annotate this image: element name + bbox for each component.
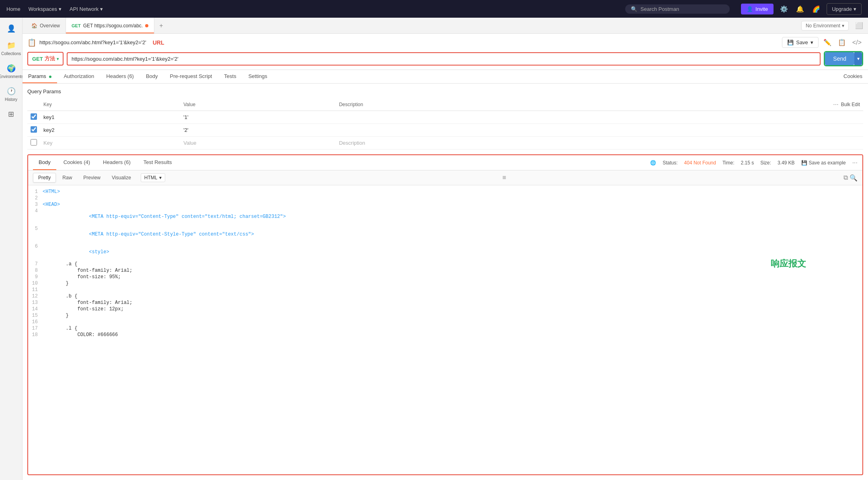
view-visualize-button[interactable]: Visualize [107,173,136,182]
resp-tab-test-results[interactable]: Test Results [138,155,178,170]
code-line-3: 3 <HEAD> [28,201,862,208]
method-selector[interactable]: GET 方法 ▾ [27,52,64,66]
tab-tests[interactable]: Tests [218,70,242,83]
table-row: key1 '1' [27,111,863,124]
code-line-14: 14 font-size: 12px; [28,306,862,312]
tab-authorization[interactable]: Authorization [58,70,100,83]
sidebar-item-profile[interactable]: 👤 [2,21,21,36]
row3-desc: Description [336,137,597,150]
code-line-7: 7 .a { [28,261,862,267]
code-area: 1 <HTML> 2 3 <HEAD> 4 <META http-equiv="… [28,185,862,474]
row2-checkbox[interactable] [31,126,37,133]
chevron-down-icon: ▾ [854,6,856,12]
nav-workspaces[interactable]: Workspaces ▾ [29,6,62,12]
environment-selector[interactable]: No Environment ▾ [801,21,849,31]
code-line-1: 1 <HTML> [28,189,862,195]
chevron-down-icon: ▾ [59,6,62,12]
invite-button[interactable]: 👤 Invite [741,4,774,14]
code-line-5: 5 <META http-equiv="Content-Style-Type" … [28,226,862,243]
tab-headers[interactable]: Headers (6) [101,70,140,83]
table-row-empty: Key Value Description [27,137,863,150]
copy-code-button[interactable]: ⧉ [843,174,848,182]
url-input[interactable] [67,52,821,66]
new-tab-button[interactable]: + [158,21,164,31]
upgrade-button[interactable]: Upgrade ▾ [827,3,862,15]
view-raw-button[interactable]: Raw [57,173,77,182]
bulk-edit-button[interactable]: Bulk Edit [841,102,860,107]
response-header: Body Cookies (4) Headers (6) Test Result… [28,155,862,170]
profile-icon: 👤 [7,24,16,33]
tab-pre-request[interactable]: Pre-request Script [164,70,218,83]
view-pretty-button[interactable]: Pretty [33,173,56,183]
search-bar[interactable]: 🔍 Search Postman [625,4,730,14]
wrap-icon[interactable]: ≡ [503,174,506,181]
resp-tab-cookies[interactable]: Cookies (4) [58,155,96,170]
save-icon: 💾 [787,39,794,45]
status-value: 404 Not Found [684,160,716,166]
resp-more-button[interactable]: ··· [852,159,858,166]
chevron-down-icon: ▾ [100,6,103,12]
edit-icon[interactable]: ✏️ [822,37,833,48]
tab-settings[interactable]: Settings [243,70,273,83]
size-value: 3.49 KB [778,160,795,166]
code-line-16: 16 [28,319,862,325]
code-line-8: 8 font-family: Arial; [28,267,862,274]
sidebar-item-history[interactable]: 🕐 History [2,84,21,105]
code-line-15: 15 } [28,312,862,319]
search-code-button[interactable]: 🔍 [850,174,858,182]
code-icon[interactable]: </> [851,37,863,48]
row3-checkbox[interactable] [31,139,37,146]
code-line-18: 18 COLOR: #666666 [28,332,862,338]
copy-icon[interactable]: 📋 [836,37,847,48]
sidebar: 👤 📁 Collections 🌍 Environments 🕐 History… [0,18,23,480]
chevron-down-icon: ▾ [57,57,59,61]
save-button[interactable]: 💾 Save ▾ [782,37,819,48]
bell-icon[interactable]: 🔔 [794,4,806,14]
row2-value: '2' [180,124,336,137]
sidebar-item-environments[interactable]: 🌍 Environments [2,61,21,82]
request-area: 📋 https://sogou.com/abc.html?key1='1'&ke… [23,34,868,70]
table-row: key2 '2' [27,124,863,137]
main-content: 🏠 Overview GET GET https://sogou.com/abc… [23,18,868,480]
view-preview-button[interactable]: Preview [78,173,105,182]
row1-checkbox[interactable] [31,113,37,120]
top-nav: Home Workspaces ▾ API Network ▾ 🔍 Search… [0,0,868,18]
settings-icon[interactable]: ⚙️ [778,4,790,14]
avatar[interactable]: 🌈 [811,4,822,14]
sidebar-item-grid[interactable]: ⊞ [2,107,21,122]
code-line-9: 9 font-size: 95%; [28,274,862,280]
grid-icon: ⊞ [8,110,14,119]
chevron-down-icon: ▾ [842,23,844,29]
save-example-button[interactable]: 💾 Save as example [801,160,846,166]
more-button[interactable]: ··· [833,101,838,108]
globe-icon: 🌐 [650,160,656,166]
resp-tab-body[interactable]: Body [33,155,56,170]
response-area: Body Cookies (4) Headers (6) Test Result… [27,154,863,475]
app-body: 👤 📁 Collections 🌍 Environments 🕐 History… [0,18,868,480]
code-line-17: 17 .l { [28,325,862,332]
format-selector[interactable]: HTML ▾ [141,173,165,182]
chevron-down-icon: ▾ [811,39,813,45]
sidebar-item-collections[interactable]: 📁 Collections [2,38,21,59]
tab-overview[interactable]: 🏠 Overview [26,18,66,33]
tab-request[interactable]: GET GET https://sogou.com/abc. [66,18,154,33]
code-line-4: 4 <META http-equiv="Content-Type" conten… [28,208,862,226]
nav-home[interactable]: Home [6,6,21,12]
method-url-row: GET 方法 ▾ Send ▾ [27,51,863,66]
url-table-icon: 📋 [27,38,36,47]
nav-api-network[interactable]: API Network ▾ [70,6,103,12]
code-line-6: 6 <style> [28,243,862,261]
tab-cookies[interactable]: Cookies [838,70,868,83]
query-params-title: Query Params [27,88,863,94]
resp-tab-headers[interactable]: Headers (6) [97,155,136,170]
layout-icon[interactable]: ⬜ [854,20,865,31]
row1-value: '1' [180,111,336,124]
row2-key: key2 [40,124,180,137]
save-icon: 💾 [801,160,807,166]
send-button[interactable]: Send [825,52,854,65]
tab-body[interactable]: Body [140,70,164,83]
url-display: https://sogou.com/abc.html?key1='1'&key2… [39,39,146,45]
send-dropdown-button[interactable]: ▾ [854,52,862,65]
tab-params[interactable]: Params [23,70,57,83]
params-dot [49,76,51,78]
